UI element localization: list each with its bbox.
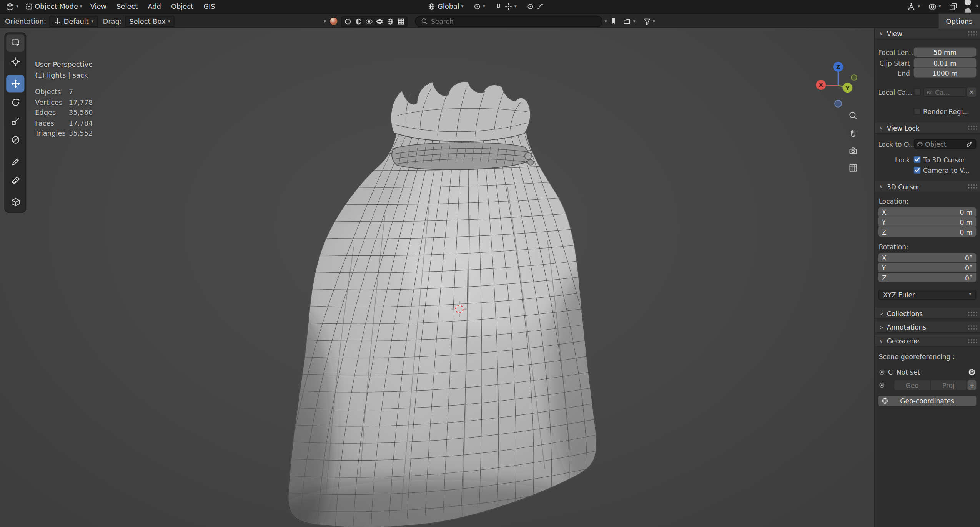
display-dropdown-caret[interactable]: ▾: [324, 19, 326, 23]
clip-start-row: Clip Start 0.01 m: [878, 58, 976, 67]
collection-visibility-button[interactable]: ▾: [620, 17, 638, 26]
panel-grip-handle[interactable]: [967, 311, 977, 317]
tool-transform[interactable]: [6, 131, 24, 149]
tool-move[interactable]: [6, 75, 24, 93]
panel-grip-handle[interactable]: [967, 325, 977, 330]
mode-selector[interactable]: Object Mode ▾: [22, 2, 85, 11]
radio-dot-icon[interactable]: [878, 381, 886, 389]
eyedropper-icon[interactable]: [966, 140, 973, 148]
globe-toggle-icon[interactable]: [386, 17, 394, 25]
to-3d-cursor-checkbox[interactable]: [914, 156, 921, 163]
perspective-toggle-button[interactable]: [844, 160, 861, 176]
panel-grip-handle[interactable]: [967, 338, 977, 344]
axis-y-negative-ball[interactable]: [851, 75, 857, 80]
menu-view[interactable]: View: [86, 3, 111, 11]
cursor-location-y-field[interactable]: Y 0 m: [878, 217, 976, 227]
crs-settings-button[interactable]: [967, 368, 976, 377]
drag-mode-dropdown[interactable]: Select Box ▾: [125, 16, 175, 27]
axis-navigation-gizmo[interactable]: Z X Y: [812, 58, 865, 111]
ringed-sphere-toggle-icon[interactable]: [375, 17, 383, 25]
sack-object[interactable]: [250, 63, 650, 527]
search-box[interactable]: [415, 16, 602, 27]
menu-gis[interactable]: GIS: [199, 3, 220, 11]
panel-3d-cursor-header[interactable]: ∨ 3D Cursor: [875, 181, 980, 192]
panel-grip-handle[interactable]: [967, 125, 977, 131]
clear-camera-button[interactable]: ×: [967, 88, 976, 97]
xray-toggle-button[interactable]: [947, 2, 960, 12]
viewport-overlay-text: User Perspective (1) lights | sack Objec…: [35, 60, 93, 139]
shading-solid-button[interactable]: [963, 0, 973, 7]
tool-measure[interactable]: [6, 172, 24, 189]
show-gizmo-button[interactable]: ▾: [905, 2, 922, 12]
clip-end-field[interactable]: 1000 m: [914, 68, 977, 77]
tool-scale[interactable]: [6, 113, 24, 130]
cursor-location-x-field[interactable]: X 0 m: [878, 207, 976, 217]
stat-row: Faces17,784: [35, 118, 93, 129]
tool-annotate[interactable]: [6, 153, 24, 171]
pivot-point-dropdown[interactable]: ▾: [470, 2, 488, 11]
cursor-rotation-y-field[interactable]: Y 0°: [878, 263, 976, 272]
panel-geoscene-header[interactable]: ∨ Geoscene: [875, 335, 980, 346]
cursor-rotation-z-field[interactable]: Z 0°: [878, 273, 976, 282]
tool-add-cube[interactable]: [6, 194, 24, 211]
local-camera-checkbox[interactable]: [914, 89, 921, 96]
cursor-rotation-y-row: Y 0°: [878, 263, 976, 272]
menu-select[interactable]: Select: [112, 3, 142, 11]
snapping-controls[interactable]: ▾: [492, 2, 519, 11]
3d-viewport[interactable]: User Perspective (1) lights | sack Objec…: [0, 28, 980, 527]
menu-object[interactable]: Object: [167, 3, 198, 11]
clip-start-field[interactable]: 0.01 m: [914, 58, 977, 67]
panel-view-header[interactable]: ∨ View: [875, 28, 980, 39]
geo-button[interactable]: Geo: [894, 380, 930, 390]
local-camera-field[interactable]: Ca...: [923, 88, 966, 97]
editor-type-button[interactable]: ▾: [3, 2, 21, 12]
filter-button[interactable]: ▾: [641, 17, 658, 26]
orientation-dropdown[interactable]: Default ▾: [49, 16, 98, 27]
caret-down-icon: ∨: [879, 184, 885, 189]
lock-label: Lock: [878, 156, 914, 164]
cursor-rotation-x-field[interactable]: X 0°: [878, 253, 976, 262]
object-mode-icon: [25, 3, 33, 11]
proportional-editing-controls[interactable]: [524, 2, 547, 11]
menu-add[interactable]: Add: [143, 3, 165, 11]
radio-dot-icon[interactable]: [878, 368, 886, 376]
options-button-label: Options: [946, 17, 972, 25]
render-region-checkbox[interactable]: [914, 108, 921, 115]
dual-sphere-toggle-icon[interactable]: [365, 17, 373, 25]
options-button[interactable]: Options: [938, 14, 980, 29]
gizmos-icon: [907, 2, 916, 11]
panel-grip-handle[interactable]: [967, 184, 977, 189]
circle-display-toggle-icon[interactable]: [343, 17, 351, 25]
shading-dropdown-caret[interactable]: ▾: [976, 4, 978, 8]
geo-coordinates-button[interactable]: Geo-coordinates: [878, 396, 976, 406]
grid-toggle-icon[interactable]: [396, 17, 404, 25]
panel-annotations-header[interactable]: > Annotations: [875, 322, 980, 333]
panel-grip-handle[interactable]: [967, 31, 977, 36]
transform-orientation-dropdown[interactable]: Global ▾: [425, 2, 466, 11]
tool-cursor[interactable]: [6, 53, 24, 71]
panel-view-lock-header[interactable]: ∨ View Lock: [875, 123, 980, 134]
show-overlays-button[interactable]: ▾: [926, 2, 943, 12]
focal-length-field[interactable]: 50 mm: [914, 48, 977, 57]
material-preview-ball-icon[interactable]: [328, 16, 338, 26]
tool-rotate[interactable]: [6, 94, 24, 111]
camera-view-button[interactable]: [844, 143, 861, 158]
proj-button[interactable]: Proj: [931, 380, 967, 390]
add-crs-button[interactable]: +: [967, 380, 976, 390]
rotation-mode-dropdown[interactable]: XYZ Euler ▾: [878, 289, 976, 299]
axis-z-negative-ball[interactable]: [835, 100, 842, 107]
bookmark-icon[interactable]: [609, 17, 617, 26]
dropdown-caret-icon: ▾: [939, 4, 941, 8]
dropdown-caret-icon: ▾: [918, 4, 920, 8]
half-sphere-toggle-icon[interactable]: [354, 17, 362, 25]
pan-button[interactable]: [844, 125, 861, 141]
lock-to-object-field[interactable]: Object: [914, 139, 977, 149]
local-camera-value: Ca...: [935, 88, 950, 96]
cursor-location-z-field[interactable]: Z 0 m: [878, 227, 976, 237]
zoom-button[interactable]: [844, 108, 861, 123]
tool-select-box[interactable]: [6, 34, 24, 52]
camera-to-view-checkbox[interactable]: [914, 167, 921, 174]
search-dropdown-caret[interactable]: ▾: [605, 19, 607, 23]
search-input[interactable]: [431, 18, 597, 25]
panel-collections-header[interactable]: > Collections: [875, 308, 980, 319]
